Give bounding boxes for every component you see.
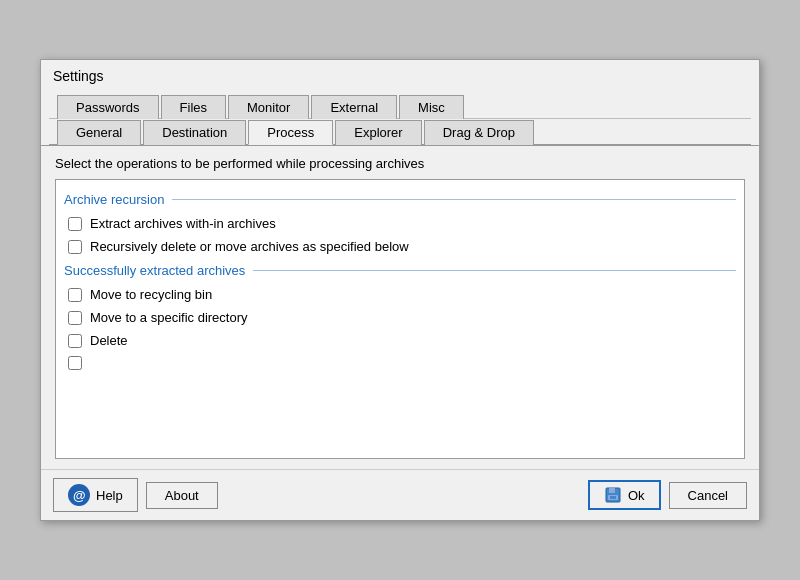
svg-rect-1 <box>609 488 615 493</box>
tab-process[interactable]: Process <box>248 120 333 145</box>
tab-files[interactable]: Files <box>161 95 226 119</box>
recursively-delete-checkbox[interactable] <box>68 240 82 254</box>
tab-external[interactable]: External <box>311 95 397 119</box>
tab-misc[interactable]: Misc <box>399 95 464 119</box>
delete-label[interactable]: Delete <box>90 333 128 348</box>
extract-archives-label[interactable]: Extract archives with-in archives <box>90 216 276 231</box>
move-specific-checkbox[interactable] <box>68 311 82 325</box>
svg-rect-3 <box>610 496 616 499</box>
cancel-button[interactable]: Cancel <box>669 482 747 509</box>
tab-explorer[interactable]: Explorer <box>335 120 421 145</box>
help-button[interactable]: @ Help <box>53 478 138 512</box>
section-archive-recursion: Archive recursion <box>64 192 736 207</box>
extract-archives-checkbox[interactable] <box>68 217 82 231</box>
list-item: Move to recycling bin <box>60 284 740 305</box>
window-title: Settings <box>53 68 104 84</box>
at-icon: @ <box>68 484 90 506</box>
options-listbox[interactable]: Archive recursion Extract archives with-… <box>55 179 745 459</box>
move-recycling-label[interactable]: Move to recycling bin <box>90 287 212 302</box>
save-icon <box>604 486 622 504</box>
settings-window: Settings Passwords Files Monitor Externa… <box>40 59 760 521</box>
tab-general[interactable]: General <box>57 120 141 145</box>
about-label: About <box>165 488 199 503</box>
tab-row-2: General Destination Process Explorer Dra… <box>49 119 751 145</box>
list-item: Extract archives with-in archives <box>60 213 740 234</box>
tab-passwords[interactable]: Passwords <box>57 95 159 119</box>
recursively-delete-label[interactable]: Recursively delete or move archives as s… <box>90 239 409 254</box>
tab-destination[interactable]: Destination <box>143 120 246 145</box>
ok-button[interactable]: Ok <box>588 480 661 510</box>
cancel-label: Cancel <box>688 488 728 503</box>
list-item: Recursively delete or move archives as s… <box>60 236 740 257</box>
list-item <box>60 353 740 373</box>
tab-row-1: Passwords Files Monitor External Misc <box>49 94 751 119</box>
content-description: Select the operations to be performed wh… <box>55 156 745 171</box>
move-specific-label[interactable]: Move to a specific directory <box>90 310 248 325</box>
tab-dragdrop[interactable]: Drag & Drop <box>424 120 534 145</box>
help-label: Help <box>96 488 123 503</box>
list-item: Delete <box>60 330 740 351</box>
move-recycling-checkbox[interactable] <box>68 288 82 302</box>
list-item: Move to a specific directory <box>60 307 740 328</box>
content-area: Select the operations to be performed wh… <box>41 146 759 469</box>
ok-label: Ok <box>628 488 645 503</box>
tab-monitor[interactable]: Monitor <box>228 95 309 119</box>
delete-checkbox[interactable] <box>68 334 82 348</box>
bottom-bar: @ Help About Ok Cancel <box>41 469 759 520</box>
title-bar: Settings <box>41 60 759 88</box>
about-button[interactable]: About <box>146 482 218 509</box>
section-successfully-extracted: Successfully extracted archives <box>64 263 736 278</box>
tabs-container: Passwords Files Monitor External Misc Ge… <box>41 88 759 146</box>
extra-checkbox[interactable] <box>68 356 82 370</box>
